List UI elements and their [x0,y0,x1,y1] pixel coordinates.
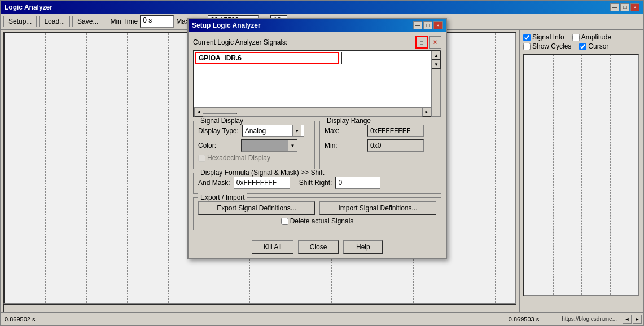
min-row: Min: [325,139,436,152]
min-label: Min: [325,142,364,149]
dialog-body: Current Logic Analyzer Signals: □ × GPIO… [189,32,446,238]
display-type-select[interactable]: Analog ▼ [242,125,304,137]
signal-display-group: Signal Display Display Type: Analog ▼ Co… [193,121,315,169]
vscroll-up-btn[interactable]: ▲ [432,51,441,60]
dialog-close-btn-footer[interactable]: Close [298,240,339,254]
export-import-buttons-row: Export Signal Definitions... Import Sign… [198,201,436,215]
export-import-title: Export / Import [198,193,247,201]
color-selector[interactable]: ▼ [241,139,297,152]
vscroll-down-btn[interactable]: ▼ [432,60,441,69]
dialog-title-bar: Setup Logic Analyzer — □ × [189,19,446,32]
display-type-row: Display Type: Analog ▼ [198,125,310,137]
hscroll-left-btn[interactable]: ◄ [194,108,203,117]
shift-right-label: Shift Right: [299,179,332,187]
delete-signals-label[interactable]: Delete actual Signals [281,217,354,225]
dialog-title-icons: — □ × [413,21,443,29]
dialog-close-button[interactable]: × [433,21,443,29]
display-type-arrow[interactable]: ▼ [292,125,301,136]
signal-display-title: Signal Display [198,117,246,125]
hex-display-row: Hexadecimal Display [198,154,310,162]
signals-hscroll[interactable]: ◄ ► [194,107,431,116]
two-col-section: Signal Display Display Type: Analog ▼ Co… [193,121,441,169]
dialog-minimize-button[interactable]: — [413,21,422,29]
hex-display-label: Hexadecimal Display [207,154,270,162]
formula-group: Display Formula (Signal & Mask) >> Shift… [193,173,441,194]
modal-overlay: Setup Logic Analyzer — □ × Current Logic… [1,1,643,325]
dialog-title: Setup Logic Analyzer [192,21,261,29]
display-type-label: Display Type: [198,127,239,135]
display-range-title: Display Range [325,117,373,125]
hex-display-checkbox-label: Hexadecimal Display [198,154,270,162]
delete-signals-checkbox[interactable] [281,218,288,225]
signals-close-button[interactable]: × [429,36,441,49]
and-mask-input[interactable] [234,177,290,189]
current-signals-label: Current Logic Analyzer Signals: [193,38,287,46]
import-button[interactable]: Import Signal Definitions... [319,201,436,215]
help-button[interactable]: Help [343,240,383,254]
signals-list: GPIOA_IDR.6 ◄ ► ▲ [193,50,441,117]
delete-signals-text: Delete actual Signals [290,217,354,225]
shift-right-input[interactable] [335,177,380,189]
main-window: Logic Analyzer — □ × Setup... Load... Sa… [0,0,644,326]
and-mask-label: And Mask: [198,179,230,187]
signals-section: Current Logic Analyzer Signals: □ × GPIO… [193,36,441,117]
dialog-footer: Kill All Close Help [189,238,446,258]
max-row: Max: [325,125,436,137]
color-arrow[interactable]: ▼ [288,140,297,151]
export-button[interactable]: Export Signal Definitions... [198,201,315,215]
dialog-restore-button[interactable]: □ [423,21,432,29]
signals-icon-button[interactable]: □ [415,36,428,49]
min-input[interactable] [367,139,424,152]
display-range-group: Display Range Max: Min: [319,121,441,169]
color-row: Color: ▼ [198,139,310,152]
kill-all-button[interactable]: Kill All [252,240,293,254]
max-input[interactable] [367,125,424,137]
hscroll-right-btn[interactable]: ► [422,108,431,117]
hex-display-checkbox[interactable] [198,155,205,162]
export-import-group: Export / Import Export Signal Definition… [193,197,441,230]
display-type-value: Analog [245,127,266,135]
formula-title: Display Formula (Signal & Mask) >> Shift [198,169,326,177]
signals-top-bar: Current Logic Analyzer Signals: □ × [193,36,441,49]
color-label: Color: [198,142,238,149]
setup-dialog: Setup Logic Analyzer — □ × Current Logic… [187,18,447,259]
signal-selected-item[interactable]: GPIOA_IDR.6 [195,52,339,64]
max-label: Max: [325,127,364,135]
signals-vscroll[interactable]: ▲ ▼ [431,51,440,116]
